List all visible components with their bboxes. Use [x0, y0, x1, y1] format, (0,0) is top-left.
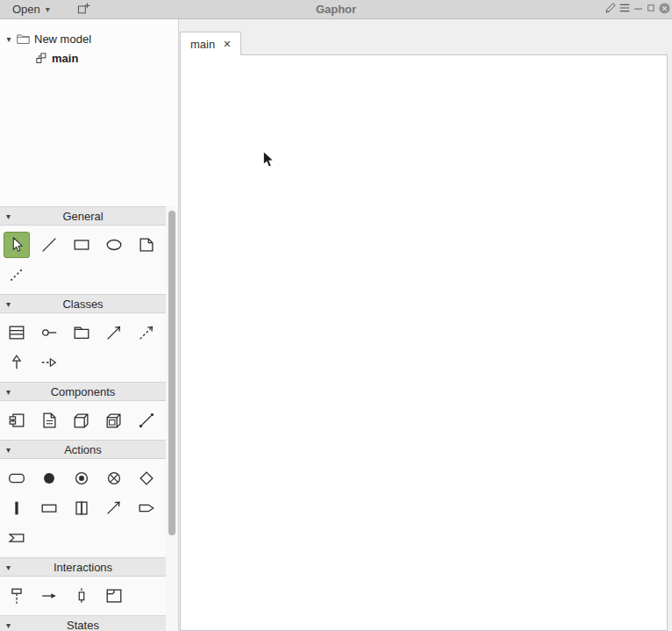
tool-dependency[interactable]: [133, 319, 160, 346]
tool-box[interactable]: [68, 232, 95, 258]
tool-action[interactable]: [4, 465, 30, 491]
expander-icon[interactable]: ▾: [6, 616, 11, 631]
section-header-classes[interactable]: ▾Classes: [0, 294, 166, 313]
tool-interface[interactable]: [36, 319, 62, 346]
connector-icon: [137, 411, 156, 430]
section-title: Actions: [64, 443, 102, 456]
interaction-icon: [104, 586, 124, 606]
section-header-interactions[interactable]: ▾Interactions: [0, 557, 166, 577]
menu-button[interactable]: [618, 1, 632, 18]
edit-button[interactable]: [604, 1, 618, 18]
scrollbar-thumb[interactable]: [168, 211, 175, 535]
execution-specification-icon: [72, 586, 91, 606]
tool-accept-event-action[interactable]: [4, 525, 30, 551]
section-header-general[interactable]: ▾General: [0, 206, 166, 226]
header-bar: Open ▾ Gaphor: [0, 0, 672, 19]
tool-activity-final-node[interactable]: [68, 465, 95, 491]
tool-device[interactable]: [101, 407, 127, 434]
expander-icon[interactable]: ▾: [6, 441, 11, 459]
flow-final-node-icon: [104, 469, 124, 488]
action-icon: [7, 469, 26, 488]
tool-generalization[interactable]: [4, 349, 30, 376]
minimize-button[interactable]: [632, 2, 645, 18]
restore-button[interactable]: [645, 2, 657, 17]
tab-bar: main ✕: [180, 19, 672, 54]
expander-icon[interactable]: ▾: [6, 207, 11, 226]
minimize-icon: [632, 2, 645, 18]
chevron-down-icon: ▾: [46, 4, 50, 14]
tool-object-node[interactable]: [36, 495, 62, 521]
tool-send-signal-action[interactable]: [133, 495, 160, 521]
model-tree: ▾ New model main: [0, 19, 178, 206]
activity-final-node-icon: [72, 469, 91, 488]
expander-icon[interactable]: ▾: [2, 34, 16, 44]
dependency-icon: [137, 323, 156, 342]
tool-message[interactable]: [36, 583, 62, 609]
tool-control-flow[interactable]: [101, 495, 127, 521]
folder-icon: [16, 32, 31, 47]
tool-flow-final-node[interactable]: [101, 465, 127, 491]
tool-comment-line[interactable]: [4, 262, 30, 288]
tool-decision-node[interactable]: [133, 465, 160, 491]
diagram-icon: [35, 52, 48, 65]
pointer-icon: [7, 235, 26, 255]
tab-main[interactable]: main ✕: [180, 32, 241, 55]
section-header-states[interactable]: ▾States: [0, 615, 166, 631]
tab-close-icon[interactable]: ✕: [223, 39, 231, 50]
close-icon: [657, 1, 672, 18]
tool-class[interactable]: [4, 319, 30, 346]
fork-join-node-icon: [7, 498, 26, 518]
diagram-canvas[interactable]: [180, 54, 668, 631]
tree-item-diagram[interactable]: main: [0, 48, 178, 68]
main-area: main ✕: [180, 19, 672, 631]
toolbox-scrollbar[interactable]: [166, 206, 179, 631]
comment-line-icon: [7, 265, 26, 284]
control-flow-icon: [104, 498, 124, 518]
pencil-icon: [604, 1, 618, 18]
tool-pointer[interactable]: [4, 232, 30, 258]
close-button[interactable]: [657, 1, 672, 18]
open-button[interactable]: Open ▾: [12, 3, 50, 16]
tool-interface-realization[interactable]: [36, 349, 62, 376]
expander-icon[interactable]: ▾: [6, 558, 11, 577]
tool-partition[interactable]: [68, 495, 95, 521]
tool-execution-specification[interactable]: [68, 583, 95, 609]
section-header-components[interactable]: ▾Components: [0, 382, 166, 401]
partition-icon: [72, 498, 91, 518]
new-diagram-icon: [76, 1, 91, 18]
section-title: States: [67, 619, 99, 631]
tree-item-label: New model: [34, 32, 91, 46]
section-title: Components: [51, 385, 116, 398]
tool-node[interactable]: [68, 407, 95, 434]
tool-association[interactable]: [101, 319, 127, 346]
sidebar: ▾ New model main ▾General▾Classes▾Compon…: [0, 19, 179, 631]
expander-icon[interactable]: ▾: [6, 383, 11, 401]
node-icon: [72, 411, 91, 430]
tool-ellipse[interactable]: [101, 232, 127, 258]
section-header-actions[interactable]: ▾Actions: [0, 440, 166, 459]
tool-artifact[interactable]: [36, 407, 62, 434]
tool-line[interactable]: [36, 232, 62, 258]
window-title: Gaphor: [0, 3, 672, 16]
new-diagram-button[interactable]: [76, 1, 91, 18]
section-title: Classes: [62, 298, 103, 311]
tool-component[interactable]: [4, 407, 30, 434]
tool-comment[interactable]: [133, 232, 160, 258]
package-icon: [72, 323, 91, 342]
tab-label: main: [190, 38, 215, 51]
tool-package[interactable]: [68, 319, 95, 346]
section-title: Interactions: [54, 561, 112, 574]
tree-item-label: main: [52, 52, 78, 65]
tool-connector[interactable]: [133, 407, 160, 434]
tree-item-model[interactable]: ▾ New model: [0, 29, 178, 48]
tool-initial-node[interactable]: [36, 465, 62, 491]
tool-fork-join-node[interactable]: [4, 495, 30, 521]
tool-interaction[interactable]: [101, 583, 127, 609]
lifeline-icon: [7, 586, 26, 606]
ellipse-icon: [104, 235, 124, 255]
interface-icon: [39, 323, 59, 342]
expander-icon[interactable]: ▾: [6, 295, 11, 313]
box-icon: [72, 235, 91, 255]
class-icon: [7, 323, 26, 342]
tool-lifeline[interactable]: [4, 583, 30, 609]
